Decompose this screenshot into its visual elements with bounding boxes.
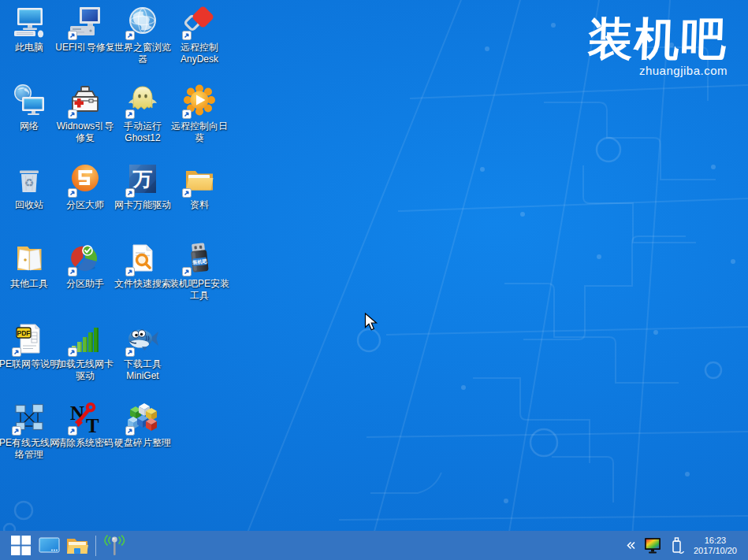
icon-label: 远程控制AnyDesk: [168, 42, 231, 65]
logo-subtitle: zhuangjiba.com: [588, 64, 728, 77]
desktop-icon-partition-assistant[interactable]: 分区助手: [57, 241, 114, 290]
shortcut-arrow-badge: [125, 29, 135, 39]
desktop-icon-clear-password[interactable]: N T 清除系统密码: [57, 400, 114, 449]
wireless-network-button[interactable]: [100, 531, 128, 560]
folder-explorer-icon: [66, 536, 88, 555]
shortcut-arrow-badge: [68, 425, 77, 434]
display-settings-tray-button[interactable]: [643, 537, 662, 554]
recycle-symbol: ♻: [24, 176, 35, 189]
icon-label: 网络: [0, 121, 61, 132]
icon-label: 文件快速搜索: [111, 278, 174, 290]
desktop-icon-pe-network-guide[interactable]: PDF PE联网等说明: [1, 321, 58, 370]
desktop-icon-anydesk[interactable]: 远程控制AnyDesk: [171, 5, 228, 65]
open-folder-icon: [12, 241, 47, 276]
usb-eject-tray-button[interactable]: [669, 536, 685, 554]
shortcut-arrow-badge: [68, 29, 77, 39]
icon-label: 下载工具MiniGet: [111, 358, 174, 382]
desktop-icon-other-tools[interactable]: 其他工具: [1, 241, 58, 290]
icon-label: 资料: [168, 199, 231, 211]
svg-text:T: T: [86, 415, 99, 435]
zhuangjiba-logo: 装机吧 zhuangjiba.com: [588, 16, 728, 77]
start-button[interactable]: [6, 531, 35, 560]
clock-date: 2017/10/20: [694, 546, 737, 556]
shortcut-arrow-badge: [125, 346, 135, 355]
desktop-icon-sunflower-remote[interactable]: 远程控制向日葵: [171, 83, 228, 144]
icon-label: 加载无线网卡驱动: [54, 358, 117, 382]
icon-label: 分区助手: [54, 278, 117, 290]
tray-expand-button[interactable]: [626, 540, 636, 551]
shortcut-arrow-badge: [125, 108, 135, 117]
shortcut-arrow-badge: [182, 187, 192, 196]
shortcut-arrow-badge: [125, 425, 135, 434]
windows-logo-icon: [11, 536, 31, 555]
shortcut-arrow-badge: [68, 265, 77, 275]
icon-label: 装机吧PE安装工具: [168, 278, 231, 302]
icon-label: 硬盘碎片整理: [111, 437, 174, 449]
show-desktop-button[interactable]: [35, 531, 63, 560]
desktop-monitor-icon: [39, 536, 60, 555]
icon-label: UEFI引导修复: [54, 42, 117, 54]
icon-label: PE有线无线网络管理: [0, 437, 61, 461]
desktop-icon-windows-boot-repair[interactable]: Widnows引导修复: [57, 83, 114, 144]
recycle-bin-icon: ♻: [12, 162, 47, 197]
shortcut-arrow-badge: [68, 108, 77, 117]
desktop-icon-disk-defrag[interactable]: 硬盘碎片整理: [114, 400, 171, 449]
desktop-icon-this-pc[interactable]: 此电脑: [1, 5, 58, 54]
taskbar-clock[interactable]: 16:23 2017/10/20: [694, 536, 737, 556]
mouse-cursor: [364, 313, 380, 332]
system-tray: 16:23 2017/10/20: [626, 536, 742, 556]
taskbar: 16:23 2017/10/20: [0, 531, 748, 560]
shortcut-arrow-badge: [12, 425, 21, 434]
taskbar-separator: [95, 536, 96, 556]
desktop-icon-partition-master[interactable]: 分区大师: [57, 162, 114, 211]
shortcut-arrow-badge: [125, 265, 135, 275]
icon-label: 其他工具: [0, 278, 61, 290]
wan-character: 万: [132, 168, 153, 190]
icon-label: 此电脑: [0, 42, 61, 54]
chevron-left-double-icon: [626, 540, 636, 551]
desktop-icon-zhuangjiba-pe-installer[interactable]: 装机吧 装机吧PE安装工具: [171, 241, 228, 302]
desktop-icon-network[interactable]: 网络: [1, 83, 58, 132]
antenna-signal-icon: [102, 535, 126, 557]
logo-title: 装机吧: [587, 16, 728, 63]
icon-label: 清除系统密码: [54, 437, 117, 449]
desktop-icon-recycle-bin[interactable]: ♻ 回收站: [1, 162, 58, 211]
icon-label: Widnows引导修复: [54, 121, 117, 144]
desktop-icon-world-window-browser[interactable]: 世界之窗浏览器: [114, 5, 171, 65]
usb-device-icon: [669, 536, 685, 554]
shortcut-arrow-badge: [68, 346, 77, 355]
desktop-icon-miniget[interactable]: 下载工具MiniGet: [114, 321, 171, 382]
desktop-icon-pe-network-manager[interactable]: PE有线无线网络管理: [1, 400, 58, 461]
icon-label: 远程控制向日葵: [168, 121, 231, 144]
shortcut-arrow-badge: [68, 187, 77, 196]
network-globe-icon: [12, 83, 47, 118]
color-display-icon: [643, 537, 662, 554]
icon-label: 回收站: [0, 199, 61, 211]
icon-label: PE联网等说明: [0, 358, 61, 370]
shortcut-arrow-badge: [125, 187, 135, 196]
desktop-icon-wireless-nic-driver[interactable]: 加载无线网卡驱动: [57, 321, 114, 382]
shortcut-arrow-badge: [182, 265, 192, 275]
pdf-badge-text: PDF: [17, 329, 31, 337]
icon-label: 世界之窗浏览器: [111, 42, 174, 65]
shortcut-arrow-badge: [12, 346, 21, 355]
icon-label: 网卡万能驱动: [111, 199, 174, 211]
desktop-icon-ghost12[interactable]: 手动运行Ghost12: [114, 83, 171, 144]
computer-monitor-icon: [12, 5, 47, 39]
desktop-icon-nic-universal-driver[interactable]: 万 网卡万能驱动: [114, 162, 171, 211]
pe-desktop: { "desktop": { "logo": { "title": "装机吧",…: [0, 0, 748, 560]
icon-label: 手动运行Ghost12: [111, 121, 174, 144]
file-explorer-button[interactable]: [63, 531, 91, 560]
shortcut-arrow-badge: [182, 29, 192, 39]
desktop-icon-data-folder[interactable]: 资料: [171, 162, 228, 211]
shortcut-arrow-badge: [182, 108, 192, 117]
desktop-icon-file-quick-search[interactable]: 文件快速搜索: [114, 241, 171, 290]
clock-time: 16:23: [694, 536, 737, 546]
desktop-icon-uefi-boot-repair[interactable]: UEFI引导修复: [57, 5, 114, 54]
icon-label: 分区大师: [54, 199, 117, 211]
